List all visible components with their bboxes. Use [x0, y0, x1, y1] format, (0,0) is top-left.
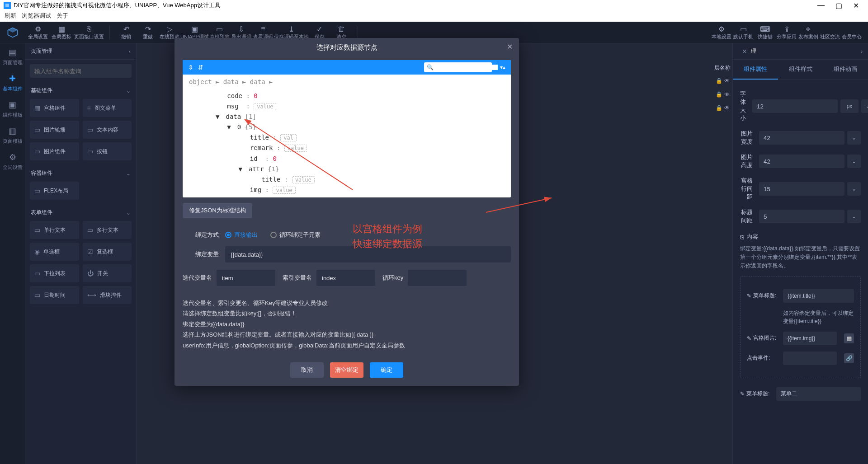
share-icon: ⇪ [784, 24, 790, 33]
real-preview-icon: ▭ [216, 24, 223, 33]
window-maximize-button[interactable]: ▢ [835, 1, 842, 10]
tb-default-phone[interactable]: ▭默认手机 [732, 23, 754, 42]
menu-about[interactable]: 关于 [57, 12, 68, 20]
chevron-down-icon[interactable]: ⌄ [847, 182, 861, 196]
collapse-all-icon[interactable]: ⇵ [198, 64, 203, 71]
ltab-basic-comp[interactable]: ✚基本组件 [0, 70, 25, 96]
edit-icon[interactable]: ✎ [740, 391, 745, 397]
comp-grid[interactable]: ▦宫格组件 [30, 99, 79, 117]
tb-publish[interactable]: ⎆发布案例 [797, 23, 819, 42]
grid-img-input[interactable]: {{item.img}} [783, 332, 837, 345]
lock-icon[interactable]: 🔒 [716, 105, 722, 111]
ltab-page-template[interactable]: ▥页面模板 [0, 122, 25, 148]
group-container[interactable]: 容器组件 ⌄ [25, 165, 136, 182]
tb-member[interactable]: 会员中心 [841, 23, 863, 42]
title-gap-input[interactable] [759, 210, 844, 223]
edit-icon[interactable]: ✎ [747, 335, 751, 342]
link-icon[interactable]: 🔗 [844, 353, 854, 363]
comp-radio[interactable]: ◉单选框 [30, 243, 79, 261]
radio-loop-bind[interactable]: 循环绑定子元素 [270, 231, 321, 239]
comp-switch[interactable]: ⏻开关 [83, 264, 132, 282]
json-tree[interactable]: code : 0 msg : value ▼ data [1] ▼ 0 {5} … [183, 89, 511, 197]
chevron-down-icon[interactable]: ⌄ [847, 210, 861, 223]
row-gap-input[interactable] [759, 182, 844, 196]
copy-icon[interactable]: ⎘ [740, 234, 744, 240]
comp-text[interactable]: ▭文本内容 [83, 121, 132, 139]
loop-key-input[interactable] [408, 270, 467, 286]
menu-refresh[interactable]: 刷新 [5, 12, 16, 20]
confirm-button[interactable]: 确定 [370, 362, 403, 378]
text-icon: ▭ [87, 126, 93, 133]
edit-icon[interactable]: ✎ [747, 293, 751, 299]
click-event-input[interactable] [783, 352, 837, 365]
window-minimize-button[interactable]: — [817, 1, 825, 10]
cancel-button[interactable]: 取消 [290, 362, 324, 378]
menu-browser-debug[interactable]: 浏览器调试 [22, 12, 51, 20]
undo-icon: ↶ [123, 24, 129, 33]
modal-notes: 迭代变量名、索引变更名、循环Key等建议专业人员修改 请选择绑定数组变量比如ke… [175, 296, 519, 357]
tb-shortcuts[interactable]: ⌨快捷键 [754, 23, 776, 42]
group-basic[interactable]: 基础组件 ⌄ [25, 82, 136, 99]
tb-undo[interactable]: ↶撤销 [115, 23, 137, 42]
iter-var-input[interactable] [217, 270, 275, 286]
collapse-left-icon[interactable]: ‹ [129, 48, 131, 55]
radio-direct-output[interactable]: 直接输出 [225, 231, 258, 239]
comp-img-menu[interactable]: ≡图文菜单 [83, 99, 132, 117]
tb-redo[interactable]: ↷重做 [137, 23, 159, 42]
chevron-down-icon[interactable]: ⌄ [861, 99, 868, 113]
eye-icon[interactable]: 👁 [724, 105, 730, 111]
ltab-global-settings-l[interactable]: ⚙全局设置 [0, 148, 25, 174]
menu-title-input[interactable]: {{item.title}} [783, 289, 854, 303]
close-panel-icon[interactable]: ✕ [742, 48, 747, 55]
fix-json-button[interactable]: 修复JSON为标准结构 [183, 203, 252, 218]
comp-img-comp[interactable]: ▭图片组件 [30, 142, 79, 160]
comp-flex[interactable]: ▭FLEX布局 [30, 182, 79, 200]
page-manage-icon: ▤ [9, 47, 16, 57]
lock-icon[interactable]: 🔒 [716, 91, 722, 98]
clear-binding-button[interactable]: 清空绑定 [330, 362, 363, 378]
tb-page-api[interactable]: ⎘页面接口设置 [74, 23, 104, 42]
comp-button[interactable]: ▭按钮 [83, 142, 132, 160]
save-icon: ✓ [316, 24, 322, 33]
comp-slider[interactable]: ⟷滑块控件 [83, 286, 132, 304]
tab-anim[interactable]: 组件动画 [823, 60, 868, 80]
eye-icon[interactable]: 👁 [724, 91, 730, 98]
loop-key-label: 循环key [382, 274, 403, 282]
component-search-input[interactable] [30, 64, 132, 78]
comp-checkbox[interactable]: ☑复选框 [83, 243, 132, 261]
modal-close-icon[interactable]: ✕ [507, 42, 513, 51]
menu-title2-input[interactable]: 菜单二 [776, 387, 861, 401]
chevron-down-icon[interactable]: ⌄ [847, 155, 861, 168]
comp-single-text[interactable]: ▭单行文本 [30, 221, 79, 239]
font-size-input[interactable] [752, 99, 838, 113]
tb-share[interactable]: ⇪分享应用 [776, 23, 797, 42]
window-close-button[interactable]: ✕ [853, 1, 859, 10]
json-breadcrumb[interactable]: object ► data ► data ► [183, 75, 511, 89]
collapse-right-icon[interactable]: › [861, 48, 863, 55]
json-search-input[interactable] [435, 65, 498, 70]
ltab-comp-template[interactable]: ▣组件模板 [0, 96, 25, 122]
img-width-input[interactable] [759, 131, 844, 145]
tab-style[interactable]: 组件样式 [778, 60, 823, 80]
expand-all-icon[interactable]: ⇕ [188, 64, 193, 71]
chevron-down-icon[interactable]: ⌄ [847, 131, 861, 145]
comp-dropdown[interactable]: ▭下拉列表 [30, 264, 79, 282]
ltab-page-manage[interactable]: ▤页面管理 [0, 43, 25, 70]
image-picker-icon[interactable]: ▦ [844, 333, 854, 343]
bind-var-input[interactable] [225, 246, 511, 262]
tab-props[interactable]: 组件属性 [733, 60, 778, 80]
lock-icon[interactable]: 🔒 [716, 78, 722, 84]
json-dropdown-icon[interactable]: ▾▴ [500, 64, 505, 70]
tb-community[interactable]: 社区交流 [819, 23, 841, 42]
json-search[interactable]: 🔍 [424, 62, 492, 72]
comp-datetime[interactable]: ▭日期时间 [30, 286, 79, 304]
index-var-input[interactable] [316, 270, 375, 286]
tb-local-settings[interactable]: ⚙本地设置 [711, 23, 732, 42]
img-height-input[interactable] [759, 155, 844, 168]
tb-global-settings[interactable]: ⚙全局设置 [27, 23, 49, 42]
tb-global-icons[interactable]: ▦全局图标 [51, 23, 72, 42]
comp-multi-text[interactable]: ▭多行文本 [83, 221, 132, 239]
comp-img-carousel[interactable]: ▭图片轮播 [30, 121, 79, 139]
eye-icon[interactable]: 👁 [724, 78, 730, 84]
group-form[interactable]: 表单组件 ⌄ [25, 204, 136, 221]
